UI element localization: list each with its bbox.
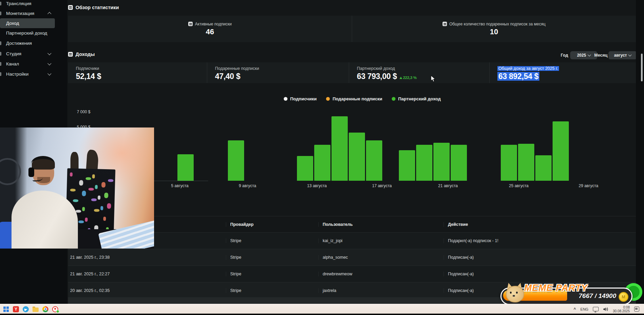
gifted-label: Подаренные подписки [215,66,349,71]
tray-expand-chevron[interactable]: ^ [574,307,576,312]
overview-section-title: Обзор статистики [68,5,119,10]
partner-delta: 222,3 % [403,76,416,80]
sidebar-icon-fragment [0,52,1,56]
chart-bar-25-августа[interactable] [501,145,517,181]
sticker-dot [92,174,95,178]
chart-bar-28-августа[interactable] [553,121,569,181]
table-cell: kai_iz_jopi [318,238,444,243]
speaker-icon[interactable] [603,307,608,312]
sidebar-item-7[interactable]: Канал [0,59,55,69]
gifted-subs-value: 10 [490,27,498,36]
y-axis-label-7000: 7 000 $ [77,110,90,114]
chart-bar-20-августа[interactable] [416,145,432,181]
table-cell: jaxtrela [318,288,444,293]
x-tick-label: 5 августа [165,183,195,188]
sidebar-item-6[interactable]: Студия [0,49,55,59]
table-cell: 21 авг. 2025 г., 23:38 [68,255,226,260]
chevron-down-icon [47,51,51,55]
legend-gifted[interactable]: Подаренные подписки [326,96,382,101]
display-icon[interactable] [593,307,599,311]
time: 0:08 [623,306,630,309]
active-subs-label: Активные подписки [195,22,232,26]
sidebar-item-label: Монетизация [6,11,34,16]
legend-label: Подписчики [290,96,317,101]
active-subs-value: 46 [206,27,214,36]
sidebar-icon-fragment [0,2,1,5]
sticker-dot [103,217,106,221]
sidebar-icon-fragment [0,41,1,45]
sidebar-icon-fragment [0,12,1,15]
year-dropdown[interactable]: 2025 [570,51,597,59]
dashboard-screen: ТрансляцияМонетизацияДоходПартнерский до… [0,0,644,315]
scrollbar-thumb[interactable] [641,54,643,81]
total-card: Общий доход за август 2025 г. 63 892,54 … [489,62,636,83]
legend-label: Подаренные подписки [332,96,382,101]
clock[interactable]: 0:08 30.08.2025 [613,306,630,313]
sidebar-item-2[interactable]: Монетизация [0,8,55,18]
sticker-dot [73,199,78,202]
legend-partner[interactable]: Партнерский доход [392,96,441,101]
legend-label: Партнерский доход [398,96,441,101]
sticker-dot [91,198,96,201]
taskbar: Y ^ ENG 0:08 30.08.2025 [0,304,644,314]
yandex-music-icon[interactable]: Y [13,306,19,313]
yandex-browser-icon[interactable] [52,306,59,313]
chart-bar-16-августа[interactable] [349,133,365,181]
right-gutter [636,0,644,304]
chevron-down-icon [47,72,51,75]
chart-bar-14-августа[interactable] [314,145,330,181]
gifted-subs-label: Общее количество подаренных подписок за … [449,22,545,26]
partner-card: Партнерский доход 63 793,00 $222,3 % [349,62,489,83]
subscribers-label: Подписчики [76,66,207,71]
chart-bar-6-августа[interactable] [177,154,194,181]
meme-party-title: MEME PARTY [524,283,588,293]
chart-bar-27-августа[interactable] [535,155,552,181]
sidebar-item-1[interactable]: Трансляция [0,0,55,8]
sticker-dot [79,180,83,185]
gift-subs-icon [443,22,447,26]
file-explorer-icon[interactable] [32,306,39,313]
table-row: 21 авг. 2025 г., 22:27Stripedrewbrewmeow… [68,265,636,282]
telegram-icon[interactable] [22,306,29,313]
table-cell: Пользователь [318,222,444,227]
x-tick-label: 13 августа [302,183,332,188]
x-axis-line [154,181,208,181]
chart-bar-22-августа[interactable] [451,145,467,181]
table-cell: Stripe [226,238,318,243]
chart-bar-21-августа[interactable] [433,143,450,181]
table-cell: drewbrewmeow [318,272,444,276]
taskbar-icons: Y [3,306,59,313]
chart-bar-15-августа[interactable] [331,116,348,181]
windows-start-button[interactable] [3,306,9,313]
partner-amount: 63 793,00 $ [357,72,397,81]
bottom-black-strip [0,314,644,315]
notification-center-icon[interactable] [634,307,639,312]
table-cell: Подписан(-а) [444,255,636,260]
chrome-icon[interactable] [42,306,49,313]
month-value: август [614,53,627,58]
sidebar-item-5[interactable]: Достижения [0,38,55,48]
gifted-card: Подаренные подписки 47,40 $ [207,62,349,83]
chart-bar-26-августа[interactable] [518,144,534,181]
year-value: 2025 [577,53,586,58]
subscriptions-icon [188,22,193,26]
chart-bar-9-августа[interactable] [228,140,244,181]
sidebar-item-3[interactable]: Доход [0,18,55,28]
sidebar-item-8[interactable]: Настройки [0,69,55,79]
sidebar-icon-fragment [0,62,1,66]
chart-bar-19-августа[interactable] [399,150,415,181]
language-indicator[interactable]: ENG [580,307,588,311]
legend-subscribers[interactable]: Подписчики [284,96,317,101]
x-tick-label: 21 августа [433,183,463,188]
sticker-dot [79,220,84,223]
webcam-overlay [0,127,154,249]
month-dropdown[interactable]: август [608,51,637,59]
sidebar-item-4[interactable]: Партнерский доход [0,28,55,38]
table-cell: alpha_somec [318,255,444,260]
chart-bar-13-августа[interactable] [297,156,313,181]
sticker-dot [76,210,81,213]
chart-bar-17-августа[interactable] [366,140,382,181]
table-cell: Stripe [226,272,318,276]
income-icon [68,52,73,57]
stats-icon [68,5,73,10]
